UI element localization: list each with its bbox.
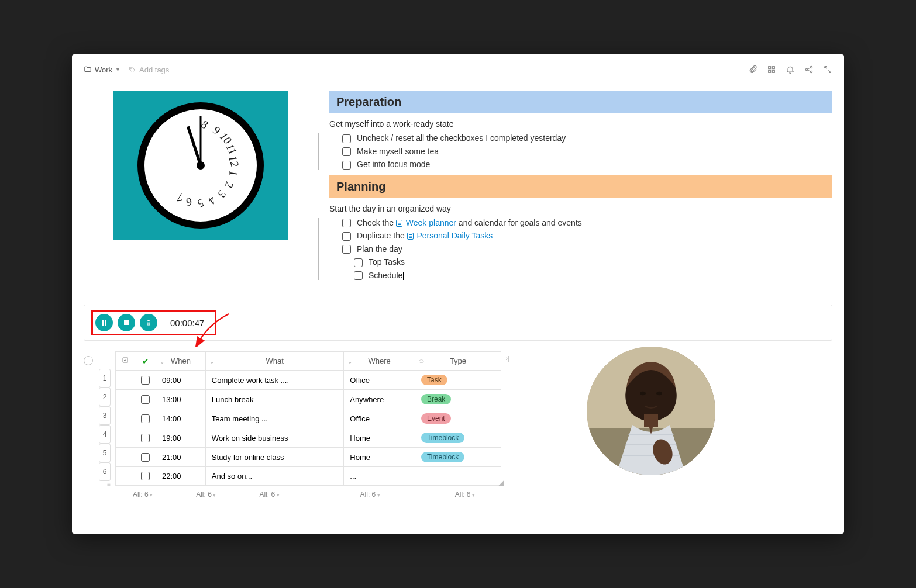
cell-type[interactable]: Break bbox=[415, 390, 501, 409]
cell-what[interactable]: Team meeting ... bbox=[205, 409, 344, 428]
checkbox[interactable] bbox=[342, 147, 351, 156]
footer-what[interactable]: All: 6 bbox=[259, 490, 279, 499]
checkbox[interactable] bbox=[342, 134, 351, 143]
footer-where[interactable]: All: 6 bbox=[360, 490, 380, 499]
svg-text:3: 3 bbox=[215, 188, 229, 199]
cell-when[interactable]: 19:00 bbox=[156, 428, 206, 448]
grid-icon[interactable] bbox=[767, 65, 776, 74]
cell-what[interactable]: Complete work task .... bbox=[205, 371, 344, 390]
cell-when[interactable]: 22:00 bbox=[156, 467, 206, 486]
stop-button[interactable] bbox=[118, 314, 135, 331]
type-badge: Task bbox=[421, 375, 447, 385]
timer-bar: 00:00:47 bbox=[84, 305, 832, 341]
row-checkbox[interactable] bbox=[141, 376, 150, 385]
cell-where[interactable]: Home bbox=[344, 448, 415, 467]
row-checkbox[interactable] bbox=[141, 395, 150, 404]
cell-where[interactable]: Office bbox=[344, 409, 415, 428]
drag-handle-icon[interactable]: ≡ bbox=[107, 481, 111, 487]
schedule-table: ✔ ⌄When ⌄What ⌄Where ⬭Type 09:00 Complet… bbox=[115, 351, 501, 486]
cell-where[interactable]: Office bbox=[344, 371, 415, 390]
table-row[interactable]: 19:00 Work on side business Home Timeblo… bbox=[116, 428, 501, 448]
row-checkbox[interactable] bbox=[141, 472, 150, 480]
checkbox[interactable] bbox=[342, 161, 351, 170]
cell-when[interactable]: 09:00 bbox=[156, 371, 206, 390]
cell-type[interactable]: Timeblock bbox=[415, 448, 501, 467]
footer-when[interactable]: All: 6 bbox=[196, 490, 216, 499]
section-planning-header: Planning bbox=[329, 175, 832, 198]
cell-what[interactable]: And so on... bbox=[205, 467, 344, 486]
cell-type[interactable] bbox=[415, 467, 501, 486]
svg-text:8: 8 bbox=[199, 117, 210, 131]
avatar-video[interactable] bbox=[587, 347, 715, 475]
share-icon[interactable] bbox=[804, 65, 814, 74]
expand-icon[interactable] bbox=[823, 65, 832, 74]
svg-text:1: 1 bbox=[227, 170, 239, 176]
checkbox[interactable] bbox=[354, 271, 363, 280]
text-icon: ⌄ bbox=[209, 358, 214, 364]
table-row[interactable]: 09:00 Complete work task .... Office Tas… bbox=[116, 371, 501, 390]
cell-when[interactable]: 14:00 bbox=[156, 409, 206, 428]
footer-type[interactable]: All: 6 bbox=[455, 490, 475, 499]
table-row[interactable]: 21:00 Study for online class Home Timebl… bbox=[116, 448, 501, 467]
table-row[interactable]: 13:00 Lunch break Anywhere Break bbox=[116, 390, 501, 409]
svg-rect-23 bbox=[123, 358, 128, 362]
cell-when[interactable]: 21:00 bbox=[156, 448, 206, 467]
checkbox[interactable] bbox=[342, 245, 351, 254]
attachment-icon[interactable] bbox=[748, 65, 757, 74]
col-when[interactable]: ⌄When bbox=[156, 352, 206, 371]
text-icon: ⌄ bbox=[160, 358, 164, 364]
table-row[interactable]: 14:00 Team meeting ... Office Event bbox=[116, 409, 501, 428]
row-index[interactable]: 2 bbox=[99, 388, 111, 406]
cell-where[interactable]: Home bbox=[344, 428, 415, 448]
cell-when[interactable]: 13:00 bbox=[156, 390, 206, 409]
delete-timer-button[interactable] bbox=[140, 314, 157, 331]
cell-type[interactable]: Timeblock bbox=[415, 428, 501, 448]
resize-handle-icon[interactable]: ◢ bbox=[498, 479, 504, 487]
personal-daily-tasks-link[interactable]: Personal Daily Tasks bbox=[407, 231, 493, 240]
checkbox[interactable] bbox=[342, 219, 351, 227]
plan-check-2: Duplicate the Personal Daily Tasks bbox=[342, 231, 832, 241]
cell-what[interactable]: Study for online class bbox=[205, 448, 344, 467]
col-done[interactable]: ✔ bbox=[135, 352, 156, 371]
cell-type[interactable]: Task bbox=[415, 371, 501, 390]
add-tags[interactable]: Add tags bbox=[129, 65, 169, 74]
cell-type[interactable]: Event bbox=[415, 409, 501, 428]
row-selector-circle[interactable] bbox=[84, 356, 93, 365]
caret-down-icon: ▼ bbox=[115, 67, 120, 72]
row-checkbox[interactable] bbox=[141, 434, 150, 442]
prep-check-3: Get into focus mode bbox=[342, 160, 832, 170]
svg-text:6: 6 bbox=[184, 195, 194, 209]
svg-rect-2 bbox=[772, 67, 774, 69]
row-index[interactable]: 3 bbox=[99, 406, 111, 425]
bell-icon[interactable] bbox=[786, 65, 795, 74]
col-select[interactable] bbox=[116, 352, 135, 371]
svg-point-27 bbox=[640, 392, 646, 395]
table-expand-icon[interactable]: ›| bbox=[505, 355, 509, 362]
checkbox[interactable] bbox=[354, 258, 363, 267]
col-type[interactable]: ⬭Type bbox=[415, 352, 501, 371]
col-where[interactable]: ⌄Where bbox=[344, 352, 415, 371]
type-badge: Event bbox=[421, 413, 451, 424]
row-checkbox[interactable] bbox=[141, 453, 150, 462]
cell-what[interactable]: Work on side business bbox=[205, 428, 344, 448]
row-index[interactable]: 6 bbox=[99, 462, 111, 481]
row-checkbox[interactable] bbox=[141, 414, 150, 423]
week-planner-link[interactable]: Week planner bbox=[396, 218, 456, 227]
top-bar: Work ▼ Add tags bbox=[84, 65, 832, 74]
row-index[interactable]: 5 bbox=[99, 444, 111, 462]
svg-rect-21 bbox=[105, 320, 106, 326]
col-what[interactable]: ⌄What bbox=[205, 352, 344, 371]
cell-where[interactable]: ... bbox=[344, 467, 415, 486]
folder-selector[interactable]: Work ▼ bbox=[84, 65, 120, 74]
footer-done[interactable]: All: 6 bbox=[133, 490, 153, 499]
cell-what[interactable]: Lunch break bbox=[205, 390, 344, 409]
row-index[interactable]: 1 bbox=[99, 369, 111, 388]
pause-button[interactable] bbox=[95, 314, 113, 331]
cell-where[interactable]: Anywhere bbox=[344, 390, 415, 409]
row-index[interactable]: 4 bbox=[99, 425, 111, 444]
svg-text:2: 2 bbox=[223, 181, 236, 189]
clock-image: 8 9 10 11 12 1 2 3 4 5 6 7 bbox=[113, 91, 288, 240]
text-icon: ⌄ bbox=[347, 358, 352, 364]
table-row[interactable]: 22:00 And so on... ... bbox=[116, 467, 501, 486]
checkbox[interactable] bbox=[342, 232, 351, 241]
